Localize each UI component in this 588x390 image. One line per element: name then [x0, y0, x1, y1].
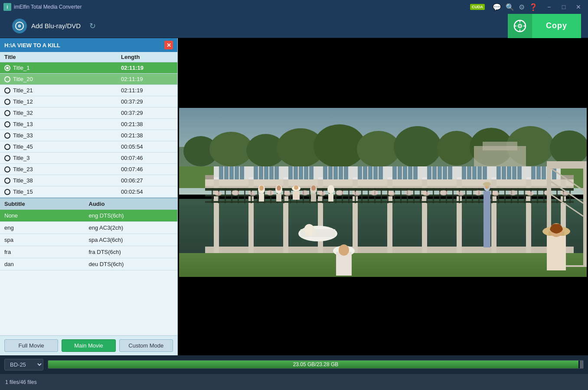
title-row[interactable]: Title_45 00:05:54: [0, 141, 177, 153]
panel-close-button[interactable]: ✕: [164, 41, 173, 49]
radio-button[interactable]: [4, 178, 10, 184]
radio-button[interactable]: [4, 65, 10, 71]
title-row[interactable]: Title_15 00:02:54: [0, 186, 177, 198]
col-subtitle-header: Subtitle: [4, 201, 89, 207]
radio-button[interactable]: [4, 189, 10, 195]
svg-rect-165: [556, 188, 558, 203]
app-title: imElfin Total Media Converter: [14, 4, 470, 10]
svg-point-185: [509, 190, 517, 195]
title-name: Title_20: [13, 76, 33, 82]
radio-button[interactable]: [4, 121, 10, 127]
radio-button[interactable]: [4, 155, 10, 161]
svg-rect-144: [420, 188, 421, 203]
radio-button[interactable]: [4, 88, 10, 94]
svg-point-181: [440, 190, 448, 195]
title-length: 00:37:29: [121, 98, 173, 105]
svg-rect-138: [381, 188, 382, 203]
radio-button[interactable]: [4, 144, 10, 150]
audio-value: spa AC3(6ch): [89, 237, 173, 243]
custom-mode-button[interactable]: Custom Mode: [119, 339, 173, 352]
title-row[interactable]: Title_21 02:11:19: [0, 85, 177, 96]
chat-icon[interactable]: 💬: [493, 3, 501, 11]
title-length: 00:05:54: [121, 143, 173, 150]
svg-rect-57: [259, 166, 263, 179]
svg-rect-50: [219, 166, 223, 179]
settings-icon[interactable]: ⚙: [519, 3, 525, 11]
title-name: Title_32: [13, 110, 33, 116]
svg-point-176: [353, 192, 360, 196]
statusbar: 1 files/46 files: [0, 374, 588, 390]
radio-button[interactable]: [4, 133, 10, 139]
title-row[interactable]: Title_1 02:11:19: [0, 62, 177, 74]
svg-rect-76: [368, 166, 372, 179]
radio-button[interactable]: [4, 99, 10, 105]
svg-rect-149: [452, 188, 454, 203]
refresh-icon[interactable]: ↻: [89, 21, 96, 31]
full-movie-button[interactable]: Full Movie: [4, 339, 58, 352]
title-length: 00:02:54: [121, 188, 173, 195]
svg-rect-58: [264, 166, 268, 179]
main-movie-button[interactable]: Main Movie: [62, 339, 115, 352]
radio-button[interactable]: [4, 110, 10, 116]
help-icon[interactable]: ❓: [529, 3, 538, 11]
svg-rect-99: [502, 166, 506, 179]
svg-rect-88: [438, 166, 442, 179]
left-panel: H:\A VIEW TO A KILL ✕ Title Length Title…: [0, 38, 178, 355]
add-bluray-button[interactable]: Add Blu-ray/DVD: [7, 15, 86, 37]
svg-rect-131: [335, 188, 336, 203]
svg-rect-147: [439, 188, 441, 203]
maximize-button[interactable]: □: [558, 2, 570, 12]
subtitle-audio-row[interactable]: eng eng AC3(2ch): [0, 222, 177, 234]
title-row[interactable]: Title_32 00:37:29: [0, 107, 177, 119]
title-row[interactable]: Title_3 00:07:46: [0, 153, 177, 164]
svg-rect-199: [311, 194, 316, 202]
bd-select[interactable]: BD-25 BD-50: [4, 359, 43, 370]
svg-rect-52: [229, 166, 234, 179]
title-row[interactable]: Title_33 00:21:38: [0, 130, 177, 141]
close-button[interactable]: ✕: [572, 2, 585, 12]
svg-point-191: [259, 185, 264, 191]
add-bluray-label: Add Blu-ray/DVD: [31, 22, 81, 29]
radio-button[interactable]: [4, 166, 10, 172]
subtitle-audio-row[interactable]: dan deu DTS(6ch): [0, 258, 177, 270]
title-name: Title_23: [13, 166, 33, 172]
copy-button[interactable]: Copy: [532, 14, 581, 38]
radio-button[interactable]: [4, 76, 10, 82]
svg-rect-133: [348, 188, 350, 203]
svg-rect-70: [333, 166, 338, 179]
title-row[interactable]: Title_20 02:11:19: [0, 74, 177, 85]
svg-rect-51: [224, 166, 229, 179]
svg-rect-163: [543, 188, 545, 203]
title-length: 00:37:29: [121, 110, 173, 116]
svg-rect-112: [212, 188, 213, 203]
svg-rect-33: [179, 253, 587, 277]
subtitle-value: fra: [4, 249, 89, 255]
title-row[interactable]: Title_12 00:37:29: [0, 96, 177, 107]
subtitle-audio-row[interactable]: fra fra DTS(6ch): [0, 246, 177, 258]
titles-table-header: Title Length: [0, 52, 177, 62]
svg-rect-219: [547, 236, 566, 270]
svg-point-172: [284, 192, 291, 196]
svg-rect-123: [283, 188, 284, 203]
col-title-header: Title: [4, 54, 121, 60]
subtitle-audio-row[interactable]: None eng DTS(6ch): [0, 210, 177, 222]
col-audio-header: Audio: [89, 201, 173, 207]
search-icon[interactable]: 🔍: [506, 3, 514, 11]
scene-svg: [179, 82, 587, 312]
progress-track: 23.05 GB/23.28 GB: [48, 360, 584, 369]
title-row[interactable]: Title_23 00:07:46: [0, 164, 177, 175]
svg-rect-159: [517, 188, 519, 203]
subtitle-audio-row[interactable]: spa spa AC3(6ch): [0, 234, 177, 246]
svg-rect-78: [379, 166, 383, 179]
minimize-button[interactable]: −: [543, 2, 555, 12]
title-length: 02:11:19: [121, 65, 173, 71]
svg-rect-100: [507, 166, 511, 179]
svg-point-171: [266, 190, 274, 195]
title-row[interactable]: Title_13 00:21:38: [0, 119, 177, 130]
title-row[interactable]: Title_38 00:06:27: [0, 175, 177, 186]
svg-rect-92: [462, 166, 466, 179]
svg-rect-98: [497, 166, 501, 179]
title-name: Title_21: [13, 87, 33, 94]
video-preview-panel: [178, 38, 588, 355]
copy-disc-icon[interactable]: [508, 14, 532, 38]
